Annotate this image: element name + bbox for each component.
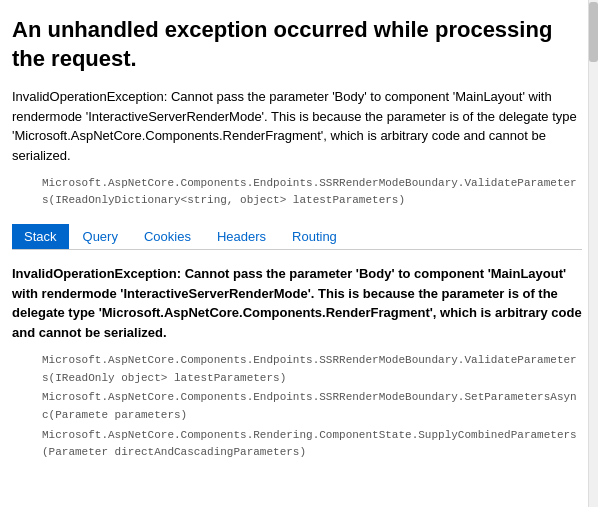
error-summary: InvalidOperationException: Cannot pass t…: [12, 87, 582, 165]
stack-trace-item-1: Microsoft.AspNetCore.Components.Endpoint…: [42, 389, 582, 424]
page-title: An unhandled exception occurred while pr…: [12, 16, 582, 73]
error-detail-bold: InvalidOperationException: Cannot pass t…: [12, 264, 582, 342]
tab-query[interactable]: Query: [71, 224, 130, 249]
tab-stack[interactable]: Stack: [12, 224, 69, 249]
tab-routing[interactable]: Routing: [280, 224, 349, 249]
tab-headers[interactable]: Headers: [205, 224, 278, 249]
scrollbar-thumb[interactable]: [589, 2, 598, 62]
tab-bar: Stack Query Cookies Headers Routing: [12, 224, 582, 250]
page-container: An unhandled exception occurred while pr…: [0, 0, 598, 480]
tab-cookies[interactable]: Cookies: [132, 224, 203, 249]
stack-trace-item-2: Microsoft.AspNetCore.Components.Renderin…: [42, 427, 582, 462]
stack-trace-short: Microsoft.AspNetCore.Components.Endpoint…: [42, 175, 582, 208]
stack-trace-item-0: Microsoft.AspNetCore.Components.Endpoint…: [42, 352, 582, 387]
stack-trace-list: Microsoft.AspNetCore.Components.Endpoint…: [42, 352, 582, 462]
scrollbar[interactable]: [588, 0, 598, 507]
